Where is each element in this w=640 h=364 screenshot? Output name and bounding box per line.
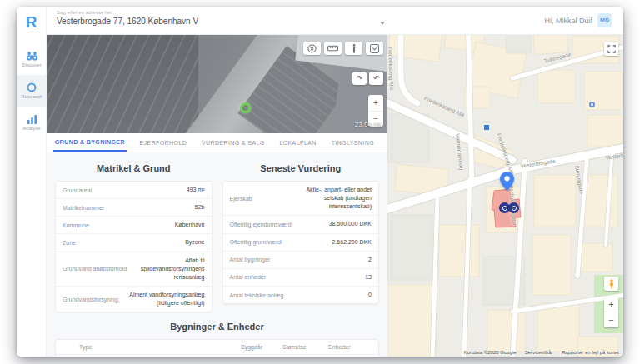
- tab-ejerforhold[interactable]: EJERFORHOLD: [138, 133, 189, 152]
- tab-lokalplan[interactable]: LOKALPLAN: [278, 133, 318, 152]
- row-label: Zone: [62, 240, 76, 246]
- lens-icon: [27, 82, 37, 92]
- row-value: Aktie-, anpart- eller andet selskab (und…: [287, 186, 372, 211]
- poi-icon[interactable]: [589, 102, 595, 107]
- row-value: Afløb til spildevandsforsyningens rensea…: [133, 257, 204, 282]
- data-row: Grundareal493 m²: [56, 182, 212, 199]
- property-panel: + − 23.04.19 GRUND & BYGNINGER EJERFORHO…: [47, 35, 388, 357]
- vurdering-section: Seneste Vurdering EjerskabAktie-, anpart…: [222, 160, 380, 312]
- row-label: Offentlig ejendomsværdi: [230, 222, 293, 227]
- sidebar-item-discover[interactable]: Discover: [17, 43, 47, 75]
- map-zoom-control: + −: [604, 297, 618, 327]
- sidebar-nav: Discover Research Analyse: [17, 43, 46, 138]
- row-label: Grundvand afløbsforhold: [62, 266, 127, 272]
- user-greeting: Hi, Mikkel Duif: [544, 17, 592, 25]
- col-size-header: Størrelse: [282, 344, 328, 350]
- measure-button[interactable]: [324, 42, 342, 55]
- col-type-header: Type: [79, 344, 241, 350]
- data-row: Antal bygninger2: [223, 252, 379, 269]
- rotate-ccw-button[interactable]: [369, 72, 383, 85]
- row-value: 2.662.200 DKK: [332, 238, 372, 247]
- row-value: 493 m²: [187, 186, 205, 194]
- data-row: Grundvand afløbsforholdAfløb til spildev…: [56, 252, 212, 287]
- row-label: Antal tekniske anlæg: [230, 292, 284, 298]
- user-menu: Hi, Mikkel Duif MD: [544, 13, 612, 27]
- vurdering-card: EjerskabAktie-, anpart- eller andet sels…: [222, 181, 380, 304]
- top-header: Søg efter en adresse her... Vesterbrogad…: [47, 7, 623, 35]
- map-zoom-out-button[interactable]: −: [604, 312, 618, 327]
- data-row: Antal tekniske anlæg0: [223, 287, 379, 303]
- bygninger-section: Bygninger & Enheder Type Byggeår Størrel…: [55, 322, 379, 357]
- rotate-cw-button[interactable]: [352, 72, 367, 85]
- row-value: 2: [368, 256, 372, 264]
- data-row: Offentlig ejendomsværdi38.500.000 DKK: [223, 216, 379, 233]
- sidebar-item-label: Analyse: [22, 126, 40, 131]
- sidebar-item-label: Research: [21, 94, 42, 99]
- data-row: Matrikelnummer52b: [56, 199, 212, 217]
- tab-grund-bygninger[interactable]: GRUND & BYGNINGER: [53, 133, 127, 152]
- section-title: Seneste Vurdering: [222, 163, 380, 173]
- terms-link[interactable]: Servicevilkår: [525, 350, 553, 355]
- row-value: 38.500.000 DKK: [329, 220, 372, 228]
- map-canvas: [388, 35, 623, 357]
- row-label: Kommune: [62, 222, 89, 228]
- pegman-icon[interactable]: [604, 277, 618, 291]
- photo-toolbar: [303, 42, 383, 55]
- chevron-down-icon[interactable]: [380, 22, 385, 25]
- row-label: Antal enheder: [230, 274, 267, 280]
- map-zoom-in-button[interactable]: +: [604, 297, 618, 312]
- matrikel-section: Matrikel & Grund Grundareal493 m² Matrik…: [55, 160, 212, 312]
- data-row: Offentlig grundværdi2.662.200 DKK: [223, 234, 379, 252]
- brand-logo[interactable]: R: [17, 13, 46, 32]
- row-label: Ejerskab: [230, 196, 252, 202]
- row-value: Alment vandforsyningsanlæg (tidligere of…: [125, 291, 205, 307]
- sidebar: R Discover Research Analyse: [17, 7, 47, 357]
- photo-building-shape: [47, 35, 198, 133]
- data-row: KommuneKøbenhavn: [56, 217, 212, 234]
- report-error-link[interactable]: Rapportér en fejl på kortet: [562, 350, 619, 355]
- app-window: R Discover Research Analyse: [17, 7, 623, 357]
- fullscreen-button[interactable]: [604, 42, 618, 56]
- row-value: 0: [368, 291, 372, 299]
- data-row: Antal enheder13: [223, 269, 379, 287]
- row-label: Offentlig grundværdi: [230, 239, 282, 245]
- photo-zoom-in-button[interactable]: +: [368, 95, 383, 112]
- sidebar-item-analyse[interactable]: Analyse: [17, 107, 47, 138]
- building-marker[interactable]: [508, 202, 519, 213]
- row-value: København: [175, 221, 205, 229]
- matrikel-card: Grundareal493 m² Matrikelnummer52b Kommu…: [55, 181, 212, 312]
- data-row: EjerskabAktie-, anpart- eller andet sels…: [223, 182, 379, 216]
- row-label: Grundvandsforsyning: [62, 297, 118, 302]
- aerial-photo[interactable]: + − 23.04.19: [47, 35, 388, 133]
- row-value: Byzone: [185, 238, 204, 247]
- data-row: ZoneByzone: [56, 234, 212, 252]
- tab-bar: GRUND & BYGNINGER EJERFORHOLD VURDERING …: [47, 133, 388, 152]
- close-button[interactable]: [303, 42, 321, 55]
- map-attribution: Kortdata ©2020 Google Servicevilkår Rapp…: [388, 350, 623, 355]
- data-row: GrundvandsforsyningAlment vandforsynings…: [56, 287, 212, 312]
- metro-station-icon[interactable]: [484, 125, 489, 130]
- bygninger-table: Type Byggeår Størrelse Enheder 1 Etagebo…: [55, 339, 379, 357]
- info-button[interactable]: [345, 42, 362, 55]
- tab-vurdering-salg[interactable]: VURDERING & SALG: [200, 133, 267, 152]
- tab-tinglysning[interactable]: TINGLYSNING: [330, 133, 376, 152]
- photo-timestamp: 23.04.19: [355, 121, 381, 128]
- sidebar-item-label: Discover: [22, 62, 41, 67]
- address-search-field[interactable]: Søg efter en adresse her... Vesterbrogad…: [57, 10, 390, 32]
- bar-chart-icon: [27, 115, 38, 124]
- table-row[interactable]: 1 Etagebolig-bygning, flerfamiliehus ell…: [56, 355, 378, 357]
- search-value: Vesterbrogade 77, 1620 København V: [57, 17, 390, 26]
- row-label: Antal bygninger: [230, 257, 271, 262]
- photo-rotate-controls: [352, 72, 383, 85]
- section-title: Bygninger & Enheder: [55, 322, 379, 332]
- sidebar-item-research[interactable]: Research: [17, 75, 47, 107]
- tab-content: Matrikel & Grund Grundareal493 m² Matrik…: [47, 152, 388, 357]
- avatar[interactable]: MD: [598, 13, 612, 27]
- col-year-header: Byggeår: [241, 344, 282, 350]
- binoculars-icon: [26, 52, 38, 61]
- map-panel[interactable]: Frederiksberg Allé Frederiksberg Allé Fr…: [388, 35, 623, 357]
- row-label: Matrikelnummer: [62, 205, 104, 211]
- collapse-button[interactable]: [366, 42, 383, 55]
- location-pin-icon[interactable]: [500, 172, 514, 191]
- section-title: Matrikel & Grund: [55, 163, 212, 173]
